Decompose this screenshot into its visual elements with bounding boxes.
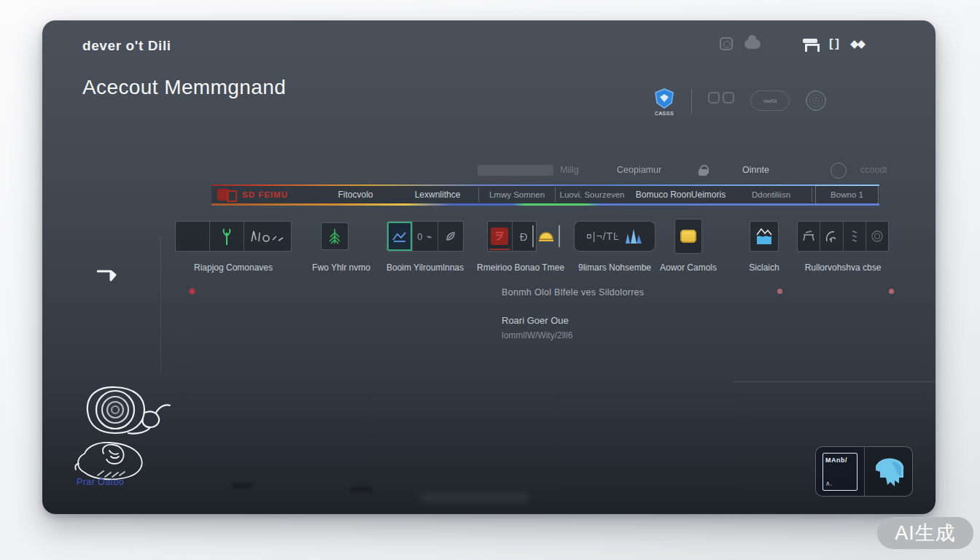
red-dot-indicator bbox=[889, 289, 894, 294]
tab-ddontiliisn[interactable]: Ddontiliisn bbox=[733, 185, 809, 204]
red-dot-indicator bbox=[777, 289, 782, 294]
panel-slot-right[interactable] bbox=[865, 447, 912, 496]
account-badge-row: CASSS owl0i bbox=[653, 88, 826, 116]
card-siclaich[interactable] bbox=[750, 221, 779, 252]
shield-icon bbox=[653, 88, 675, 109]
brackets-icon[interactable]: [ ] bbox=[829, 36, 839, 51]
card-label: 9limars Nohsembe bbox=[578, 262, 651, 273]
labeled-square-icon: MAnb/ ∧. bbox=[822, 453, 858, 491]
pine-tree-icon bbox=[327, 228, 342, 244]
card-9limars-nohsembe[interactable]: ¤|¬/TĿ bbox=[574, 221, 656, 252]
footer-link[interactable]: Prar Oatoo bbox=[77, 477, 124, 487]
page-title: Acecout Memmgnand bbox=[82, 76, 286, 99]
scribble-icon bbox=[249, 228, 287, 244]
blue-crystals-icon bbox=[623, 228, 643, 245]
rune-glyphs: ¤|¬/TĿ bbox=[586, 230, 620, 242]
sprout-icon bbox=[221, 227, 233, 246]
light-smudge bbox=[420, 493, 529, 502]
titlebar-icon-cluster: [ ] ◆◆ bbox=[720, 36, 864, 51]
notes-scribble-icon bbox=[849, 228, 860, 244]
detail-line-2: Roari Goer Oue bbox=[502, 315, 569, 326]
card-label: Rullorvohshva cbse bbox=[805, 262, 882, 273]
tab-bowno-1[interactable]: Bowno 1 bbox=[815, 185, 879, 204]
subnav-item-millg[interactable]: Millg bbox=[560, 165, 579, 175]
yellow-block-icon bbox=[680, 230, 696, 243]
shield-badge-label: CASSS bbox=[655, 111, 674, 116]
subnav-pill[interactable] bbox=[478, 165, 553, 176]
subnav-item-ccoodt[interactable]: ccoodt bbox=[860, 165, 887, 175]
watermark-label: AI生成 bbox=[895, 520, 956, 546]
table-scribble-icon bbox=[801, 229, 816, 244]
tab-lmwy-somnen[interactable]: Lmwy Somnen bbox=[479, 185, 555, 204]
app-window: dever o't Dili Acecout Memmgnand [ ] ◆◆ … bbox=[42, 20, 936, 514]
card-label: Rmeirioo Bonao Tmee bbox=[477, 262, 564, 273]
card-riapjog-comonaves[interactable] bbox=[175, 221, 292, 252]
snail-doodle-icon bbox=[77, 384, 179, 439]
diamonds-icon[interactable]: ◆◆ bbox=[850, 37, 864, 50]
horizontal-divider bbox=[733, 381, 936, 382]
badge-icon[interactable] bbox=[720, 37, 733, 50]
bottom-right-panel: MAnb/ ∧. bbox=[815, 446, 913, 497]
oval-badge[interactable]: owl0i bbox=[750, 90, 790, 111]
lock-icon[interactable] bbox=[699, 165, 709, 176]
store-bench-icon[interactable] bbox=[803, 39, 817, 50]
oval-badge-label: owl0i bbox=[763, 98, 777, 104]
card-label: Riapjog Comonaves bbox=[194, 262, 273, 273]
detail-line-1: Bonmh Olol Blfele ves Sildolorres bbox=[502, 287, 644, 298]
tab-label: Lexwnlithce bbox=[415, 190, 461, 200]
claw-scribble-icon bbox=[824, 228, 839, 244]
yellow-helmet-icon bbox=[537, 229, 555, 244]
tab-separator bbox=[812, 187, 812, 202]
swirl-icon bbox=[870, 229, 884, 244]
subnav-item-ceopiamur[interactable]: Ceopiamur bbox=[617, 165, 661, 175]
tab-label: SD FEIMU bbox=[242, 190, 288, 199]
tab-label: Bowno 1 bbox=[831, 190, 863, 199]
glyph-text: 0 ⌁ bbox=[417, 231, 433, 242]
panel-slot-label: MAnb/ bbox=[825, 456, 855, 464]
tab-luovi-sourzeven[interactable]: Luovi. Sourzeven bbox=[556, 185, 629, 204]
card-label: Siclaich bbox=[749, 262, 779, 273]
equipment-icons[interactable] bbox=[708, 92, 734, 104]
card-fwo-yhlr-nvmo[interactable] bbox=[321, 222, 349, 250]
mountain-water-icon bbox=[755, 226, 774, 246]
subnav-item-oinnte[interactable]: Oinnte bbox=[742, 165, 769, 175]
tab-label: Lmwy Somnen bbox=[489, 190, 545, 199]
card-aowor-camols[interactable] bbox=[674, 219, 702, 254]
fingerprint-circle-icon[interactable] bbox=[806, 90, 826, 111]
card-label: Fwo Yhlr nvmo bbox=[312, 262, 370, 273]
card-label: Booim Yilroumlnnas bbox=[386, 262, 464, 273]
panel-slot-left[interactable]: MAnb/ ∧. bbox=[816, 447, 865, 496]
d-glyph: Ð bbox=[520, 230, 529, 243]
tab-bar: SD FEIMU Fitocvolo Lexwnlithce Lmwy Somn… bbox=[42, 185, 936, 206]
tab-bomuco-roonueimoris[interactable]: Bomuco RoonUeimoris bbox=[629, 185, 733, 204]
blue-machine-icon bbox=[392, 230, 408, 243]
tab-sd-feimu[interactable]: SD FEIMU bbox=[211, 185, 314, 204]
card-label: Aowor Camols bbox=[660, 262, 717, 273]
shadow-smudge bbox=[350, 487, 373, 491]
tab-label: Luovi. Sourzeven bbox=[560, 190, 625, 199]
blue-blob-icon bbox=[870, 453, 908, 491]
ai-generated-watermark: AI生成 bbox=[877, 517, 973, 549]
shield-badge[interactable]: CASSS bbox=[653, 88, 675, 116]
cloud-icon[interactable] bbox=[744, 39, 761, 49]
subnav-row: Millg Ceopiamur Oinnte ccoodt bbox=[42, 162, 936, 181]
tab-label: Bomuco RoonUeimoris bbox=[636, 190, 726, 200]
panel-slot-glyph: ∧. bbox=[825, 480, 855, 487]
card-rullorvohshva-cbse[interactable] bbox=[797, 221, 889, 252]
gray-leaf-icon bbox=[445, 230, 456, 242]
tab-label: Fitocvolo bbox=[338, 190, 373, 200]
pointer-arrow-icon bbox=[96, 265, 118, 281]
card-rmeirioo-bonao-tmee[interactable]: ヲ Ð bbox=[487, 221, 537, 252]
red-flag-icon bbox=[217, 189, 236, 201]
tab-lexwnlithce[interactable]: Lexwnlithce bbox=[397, 185, 478, 204]
tab-fitocvolo[interactable]: Fitocvolo bbox=[314, 185, 397, 204]
cloud-circle-icon[interactable] bbox=[831, 163, 847, 179]
card-booim-yilroumlnnas[interactable]: 0 ⌁ bbox=[386, 221, 464, 252]
vertical-divider bbox=[160, 236, 161, 373]
tab-gradient-underline bbox=[211, 203, 879, 206]
tab-label: Ddontiliisn bbox=[752, 190, 790, 199]
detail-line-3: lommllW/Wity/2lll6 bbox=[502, 330, 572, 341]
helmet-bracket-segment[interactable] bbox=[532, 225, 560, 247]
divider bbox=[691, 89, 692, 114]
red-rune-icon: ヲ bbox=[491, 228, 508, 245]
